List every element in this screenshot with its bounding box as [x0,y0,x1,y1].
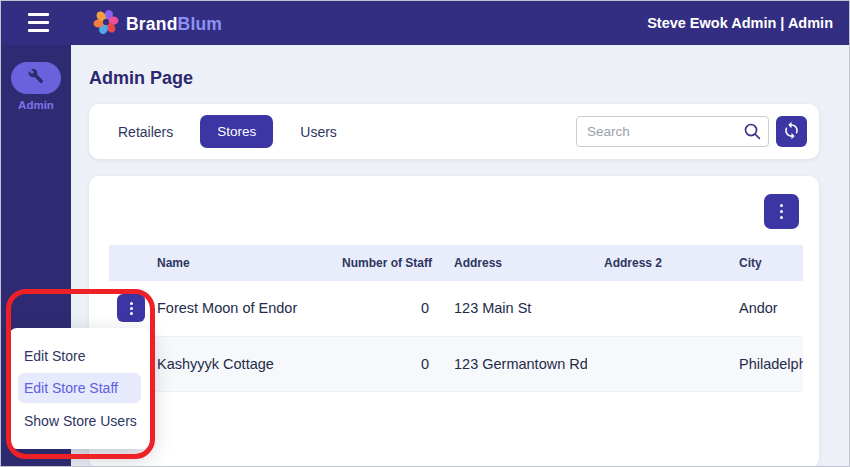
menu-item-show-store-users[interactable]: Show Store Users [9,404,150,437]
table-options-kebab-button[interactable] [764,194,799,229]
refresh-icon [782,121,801,143]
cell-address: 123 Main St [437,281,587,336]
tab-retailers[interactable]: Retailers [118,124,173,140]
refresh-button[interactable] [776,116,807,147]
column-header-address2: Address 2 [587,245,719,281]
main-content: Admin Page Retailers Stores Users [71,45,850,467]
column-header-staff: Number of Staff [342,245,437,281]
user-info-text: Steve Ewok Admin | Admin [647,1,833,45]
sidebar-item-admin[interactable]: Admin [1,62,71,111]
column-header-address: Address [437,245,587,281]
table-header-row: Name Number of Staff Address Address 2 C… [109,245,803,281]
column-header-name: Name [157,245,342,281]
cell-staff: 0 [342,281,437,336]
cell-address2 [587,336,719,391]
table-row[interactable]: Forest Moon of Endor 0 123 Main St Andor [109,281,803,336]
flower-logo-icon [93,9,119,39]
top-bar: BrandBlum Steve Ewok Admin | Admin [1,1,849,45]
search-input[interactable] [576,116,769,147]
cell-city: Philadelphia [719,336,803,391]
cell-staff: 0 [342,336,437,391]
actions-column-header [109,245,157,281]
app-window: BrandBlum Steve Ewok Admin | Admin Admin… [0,0,850,467]
tab-users[interactable]: Users [300,124,337,140]
cell-city: Andor [719,281,803,336]
cell-name: Forest Moon of Endor [157,281,342,336]
brand-logo: BrandBlum [93,9,222,39]
cell-name: Kashyyyk Cottage [157,336,342,391]
row-kebab-button[interactable] [117,294,145,322]
table-card: Name Number of Staff Address Address 2 C… [89,176,819,467]
store-context-menu: Edit Store Edit Store Staff Show Store U… [9,328,150,449]
cell-address2 [587,281,719,336]
stores-table: Name Number of Staff Address Address 2 C… [109,245,803,392]
admin-pill-button[interactable] [11,62,61,94]
hamburger-menu-icon[interactable] [28,13,49,32]
toolbar-card: Retailers Stores Users [89,104,819,159]
column-header-city: City [719,245,803,281]
search-icon[interactable] [743,122,762,145]
page-title: Admin Page [89,68,193,89]
menu-item-edit-store[interactable]: Edit Store [9,339,150,372]
sidebar-item-label: Admin [18,99,54,111]
tab-stores[interactable]: Stores [200,115,273,148]
cell-address: 123 Germantown Rd [437,336,587,391]
menu-item-edit-store-staff[interactable]: Edit Store Staff [18,373,141,403]
search-field-wrap [576,116,769,147]
wrench-icon [28,68,44,88]
tab-bar: Retailers Stores Users [89,115,337,148]
table-row[interactable]: Kashyyyk Cottage 0 123 Germantown Rd Phi… [109,336,803,391]
brand-name: BrandBlum [126,14,222,35]
